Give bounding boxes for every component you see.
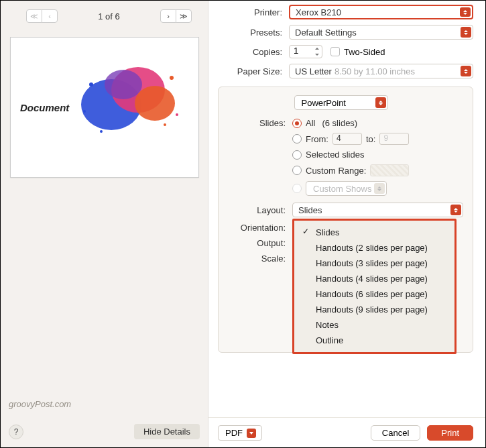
- slides-selected-label: Selected slides: [306, 150, 364, 160]
- cancel-button[interactable]: Cancel: [371, 425, 420, 441]
- slides-from-radio[interactable]: [292, 134, 302, 144]
- layout-option[interactable]: Handouts (2 slides per page): [294, 240, 454, 256]
- print-button[interactable]: Print: [427, 425, 473, 441]
- svg-point-3: [105, 70, 142, 99]
- pdf-menu-button[interactable]: PDF: [218, 425, 262, 441]
- chevron-down-icon: [247, 429, 256, 438]
- slides-custom-range-radio[interactable]: [292, 166, 302, 175]
- updown-icon: [461, 66, 471, 76]
- updown-icon: [461, 27, 471, 38]
- layout-option[interactable]: Outline: [294, 333, 454, 348]
- paper-size-select[interactable]: US Letter8.50 by 11.00 inches: [289, 64, 473, 78]
- custom-range-input[interactable]: [370, 164, 409, 176]
- layout-label: Layout:: [219, 205, 292, 215]
- two-sided-label: Two-Sided: [344, 47, 385, 57]
- layout-option[interactable]: Handouts (4 slides per page): [294, 271, 454, 286]
- settings-panel: Printer: Xerox B210 Presets: Default Set…: [208, 1, 485, 447]
- nav-next-button[interactable]: ›: [160, 9, 176, 23]
- slides-all-hint: (6 slides): [322, 118, 357, 128]
- help-button[interactable]: ?: [9, 425, 23, 439]
- updown-icon: [460, 7, 471, 17]
- nav-prev-button[interactable]: ‹: [42, 9, 58, 23]
- slide-title: Document: [20, 102, 69, 113]
- svg-point-4: [89, 82, 93, 87]
- app-select[interactable]: PowerPoint: [294, 95, 388, 110]
- slides-selected-radio[interactable]: [292, 150, 302, 160]
- preview-panel: ≪ ‹ 1 of 6 › ≫ Document: [1, 1, 208, 447]
- custom-shows-select: Custom Shows: [306, 181, 387, 196]
- nav-last-button[interactable]: ≫: [176, 9, 192, 23]
- svg-point-2: [135, 86, 175, 121]
- svg-point-5: [83, 110, 86, 113]
- printer-select[interactable]: Xerox B210: [289, 5, 473, 19]
- paper-size-label: Paper Size:: [218, 66, 289, 76]
- slides-all-label: All: [306, 118, 315, 128]
- nav-back-group: ≪ ‹: [26, 9, 58, 23]
- svg-point-9: [100, 130, 103, 133]
- splash-graphic: [71, 51, 185, 145]
- watermark: groovyPost.com: [9, 394, 71, 411]
- layout-option[interactable]: Notes: [294, 317, 454, 333]
- nav-fwd-group: › ≫: [160, 9, 192, 23]
- svg-point-6: [170, 76, 174, 80]
- layout-select[interactable]: Slides: [292, 203, 463, 217]
- presets-select[interactable]: Default Settings: [289, 25, 473, 40]
- svg-point-8: [164, 123, 166, 126]
- copies-stepper[interactable]: 1: [289, 45, 322, 58]
- nav-first-button[interactable]: ≪: [26, 9, 42, 23]
- slides-to-input[interactable]: 9: [379, 133, 409, 145]
- slides-custom-shows-radio: [292, 184, 302, 193]
- layout-option[interactable]: Handouts (9 slides per page): [294, 302, 454, 317]
- app-options-panel: PowerPoint Slides: All (6 slides) From: …: [218, 87, 473, 353]
- slides-all-radio[interactable]: [292, 119, 302, 128]
- updown-icon: [450, 205, 461, 215]
- updown-icon: [375, 97, 386, 108]
- presets-label: Presets:: [218, 27, 289, 38]
- printer-label: Printer:: [218, 7, 289, 17]
- two-sided-checkbox[interactable]: [330, 47, 340, 56]
- copies-label: Copies:: [218, 47, 289, 57]
- slide-preview: Document: [10, 37, 199, 178]
- slides-from-label: From:: [306, 134, 328, 144]
- output-label: Output:: [219, 238, 292, 248]
- slides-label: Slides:: [219, 118, 292, 128]
- slides-custom-range-label: Custom Range:: [306, 166, 366, 176]
- layout-dropdown: Slides Handouts (2 slides per page) Hand…: [292, 219, 457, 354]
- slides-to-label: to:: [366, 134, 375, 144]
- slides-from-input[interactable]: 4: [332, 133, 362, 145]
- layout-option[interactable]: Handouts (6 slides per page): [294, 286, 454, 302]
- updown-icon: [374, 183, 385, 194]
- hide-details-button[interactable]: Hide Details: [134, 424, 200, 439]
- svg-point-7: [176, 113, 178, 116]
- layout-option[interactable]: Handouts (3 slides per page): [294, 256, 454, 271]
- scale-label: Scale:: [219, 254, 292, 264]
- page-indicator: 1 of 6: [98, 11, 120, 21]
- layout-option[interactable]: Slides: [294, 225, 454, 240]
- orientation-label: Orientation:: [219, 223, 292, 233]
